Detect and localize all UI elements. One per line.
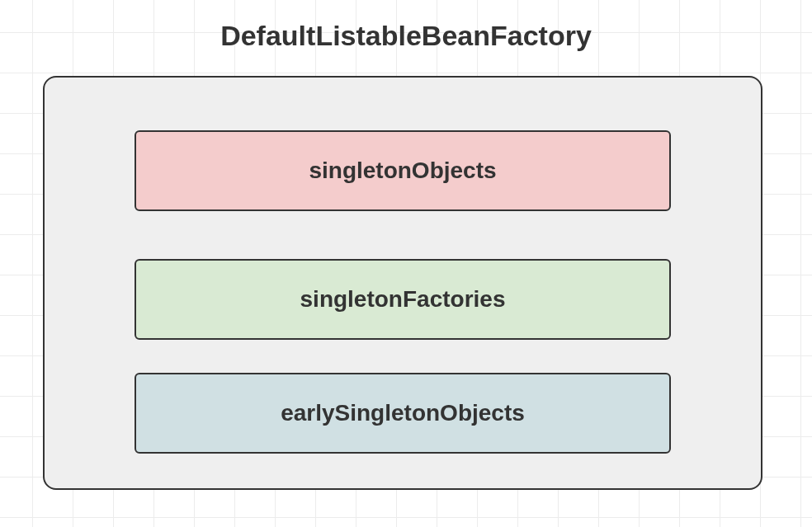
- bean-factory-container: singletonObjects singletonFactories earl…: [43, 76, 762, 490]
- box-label-singleton-factories: singletonFactories: [300, 286, 506, 313]
- box-singleton-factories: singletonFactories: [135, 259, 671, 340]
- box-label-singleton-objects: singletonObjects: [309, 158, 496, 184]
- diagram-title: DefaultListableBeanFactory: [0, 20, 812, 52]
- box-singleton-objects: singletonObjects: [135, 130, 671, 211]
- box-label-early-singleton-objects: earlySingletonObjects: [281, 400, 525, 426]
- box-early-singleton-objects: earlySingletonObjects: [135, 373, 671, 454]
